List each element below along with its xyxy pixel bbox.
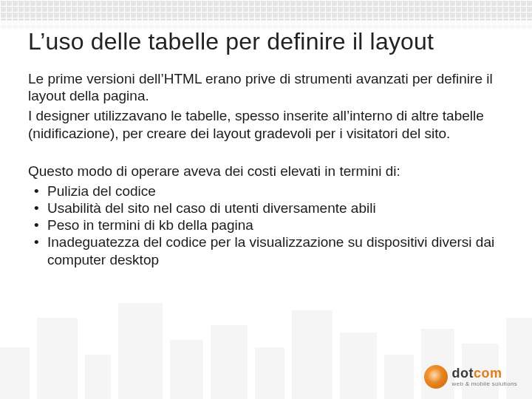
logo-name: dotcom (452, 366, 517, 380)
list-item: Inadeguatezza del codice per la visualiz… (47, 233, 504, 267)
logo-tagline: web & mobile solutions (452, 381, 517, 387)
logo-name-main: dot (452, 366, 474, 381)
paragraph-3: Questo modo di operare aveva dei costi e… (28, 163, 504, 180)
paragraph-1: Le prime versioni dell’HTML erano prive … (28, 70, 504, 104)
list-item: Usabilità del sito nel caso di utenti di… (47, 200, 504, 216)
bullet-list: Pulizia del codice Usabilità del sito ne… (28, 183, 504, 268)
slide-title: L’uso delle tabelle per definire il layo… (28, 28, 504, 55)
brand-logo: dotcom web & mobile solutions (424, 365, 517, 389)
slide-body: Le prime versioni dell’HTML erano prive … (28, 70, 504, 268)
list-item: Pulizia del codice (47, 183, 504, 200)
logo-name-accent: com (474, 366, 502, 381)
paragraph-2: I designer utilizzavano le tabelle, spes… (28, 107, 504, 141)
list-item: Peso in termini di kb della pagina (47, 216, 504, 233)
slide-content: L’uso delle tabelle per definire il layo… (0, 0, 532, 268)
logo-globe-icon (424, 365, 448, 389)
